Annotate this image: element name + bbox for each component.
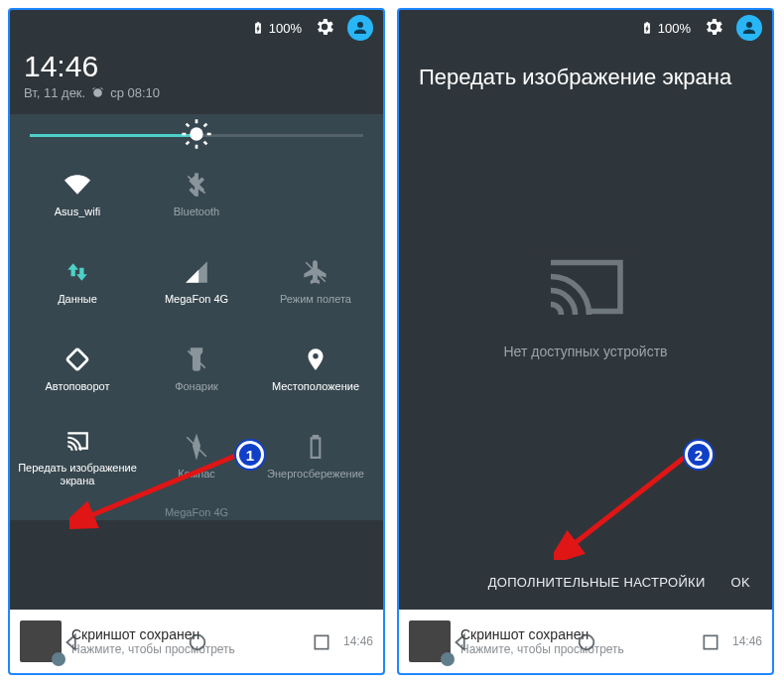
tile-label: Фонарик (175, 380, 218, 393)
tile-flashlight[interactable]: Фонарик (137, 326, 256, 413)
tile-label: MegaFon 4G (165, 293, 228, 306)
tile-label: Передать изображение экрана (18, 462, 137, 487)
cast-dialog-body: Нет доступных устройств (399, 97, 772, 514)
cast-dialog-title: Передать изображение экрана (399, 46, 772, 97)
svg-point-0 (190, 127, 202, 140)
notif-title: Скриншот сохранен (71, 626, 333, 642)
tile-label: Данные (58, 293, 97, 306)
signal-icon (184, 257, 209, 287)
cast-icon (65, 426, 90, 456)
tile-data[interactable]: Данные (18, 238, 137, 326)
tile-wifi[interactable]: Asus_wifi (18, 151, 137, 238)
clock-date: Вт, 11 дек. (24, 85, 85, 100)
tile-battery-saver[interactable]: Энергосбережение (256, 413, 375, 500)
svg-line-8 (204, 123, 207, 126)
flashlight-icon (184, 344, 209, 374)
compass-icon (184, 432, 209, 462)
svg-line-6 (204, 141, 207, 144)
quick-settings-panel: Asus_wifi Bluetooth Данные MegaFon 4G Ре… (10, 114, 383, 520)
airplane-icon (303, 257, 328, 287)
wifi-icon (65, 170, 90, 200)
status-bar: 100% (399, 10, 772, 46)
clock-block: 14:46 Вт, 11 дек. ср 08:10 (10, 46, 383, 110)
cast-more-settings-button[interactable]: ДОПОЛНИТЕЛЬНЫЕ НАСТРОЙКИ (488, 575, 706, 590)
tile-airplane[interactable]: Режим полета (256, 238, 375, 326)
annotation-badge-1: 1 (236, 441, 264, 469)
tile-label: Автоповорот (46, 380, 110, 393)
alarm-icon (91, 86, 104, 99)
status-bar: 100% (10, 10, 383, 46)
tile-label: Режим полета (280, 293, 351, 306)
battery-status: 100% (640, 21, 691, 36)
notification-screenshot[interactable]: Скриншот сохранен Нажмите, чтобы просмот… (399, 610, 772, 673)
notif-thumbnail (409, 620, 451, 662)
svg-line-7 (187, 141, 190, 144)
notif-time: 14:46 (343, 634, 373, 648)
battery-percent: 100% (658, 21, 691, 36)
notification-screenshot[interactable]: Скриншот сохранен Нажмите, чтобы просмот… (10, 610, 383, 673)
svg-rect-9 (66, 349, 87, 370)
notif-subtitle: Нажмите, чтобы просмотреть (71, 642, 333, 656)
bluetooth-icon (184, 170, 209, 200)
notif-title: Скриншот сохранен (460, 626, 722, 642)
brightness-slider[interactable] (18, 124, 375, 151)
tiles-grid: Asus_wifi Bluetooth Данные MegaFon 4G Ре… (18, 151, 375, 500)
battery-percent: 100% (269, 21, 302, 36)
tile-rotate[interactable]: Автоповорот (18, 326, 137, 413)
location-icon (303, 344, 328, 374)
battery-status: 100% (251, 21, 302, 36)
screenshot-cast-dialog: 100% Передать изображение экрана Нет дос… (397, 8, 774, 675)
notif-time: 14:46 (732, 634, 762, 648)
tile-label: Местоположение (272, 380, 359, 393)
cast-dialog-actions: ДОПОЛНИТЕЛЬНЫЕ НАСТРОЙКИ OK (399, 554, 772, 610)
cast-empty-text: Нет доступных устройств (503, 344, 667, 359)
profile-avatar[interactable] (347, 15, 373, 41)
notif-subtitle: Нажмите, чтобы просмотреть (460, 642, 722, 656)
tile-location[interactable]: Местоположение (256, 326, 375, 413)
tile-bluetooth[interactable]: Bluetooth (137, 151, 256, 238)
tile-signal[interactable]: MegaFon 4G (137, 238, 256, 326)
profile-avatar[interactable] (736, 15, 762, 41)
notif-thumbnail (20, 620, 62, 662)
tile-label: Asus_wifi (55, 206, 100, 218)
settings-icon[interactable] (314, 16, 335, 41)
rotate-icon (65, 344, 90, 374)
carrier-label: MegaFon 4G (18, 500, 375, 520)
clock-alarm: ср 08:10 (110, 85, 160, 100)
svg-line-5 (187, 123, 190, 126)
annotation-badge-2: 2 (685, 441, 713, 469)
cast-large-icon (543, 252, 628, 322)
screenshot-quick-settings: 100% 14:46 Вт, 11 дек. ср 08:10 (8, 8, 385, 675)
tile-cast[interactable]: Передать изображение экрана (18, 413, 137, 500)
tile-label: Энергосбережение (267, 468, 364, 481)
tile-label: Компас (178, 468, 215, 481)
data-icon (65, 257, 90, 287)
clock-time: 14:46 (24, 50, 369, 83)
tile-label: Bluetooth (174, 206, 219, 218)
battery-saver-icon (303, 432, 328, 462)
brightness-icon (181, 118, 212, 154)
settings-icon[interactable] (703, 16, 724, 41)
cast-ok-button[interactable]: OK (731, 575, 750, 590)
